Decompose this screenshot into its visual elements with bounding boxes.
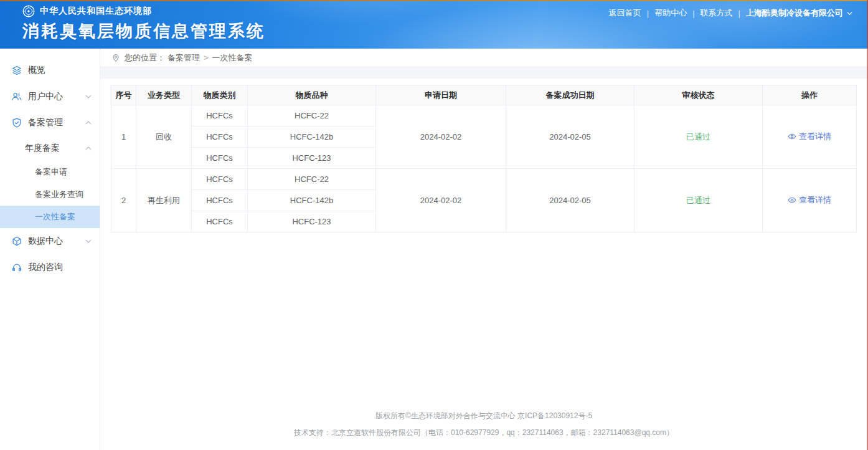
- sidebar-item-one-time-record[interactable]: 一次性备案: [0, 206, 100, 228]
- col-header-actions: 操作: [763, 85, 857, 105]
- actions-cell: 查看详情: [763, 105, 857, 169]
- table-body: 1回收HCFCsHCFC-222024-02-022024-02-05已通过查看…: [111, 105, 857, 232]
- eye-icon: [788, 132, 796, 141]
- substance-variety-cell: HCFC-123: [248, 211, 376, 232]
- breadcrumb-current: 一次性备案: [212, 52, 253, 64]
- sidebar-item-user-center[interactable]: 用户中心: [0, 84, 100, 110]
- review-status-cell: 已通过: [634, 105, 763, 169]
- substance-variety-cell: HCFC-142b: [248, 127, 376, 148]
- tech-support-text: 技术支持：北京立道软件股份有限公司（电话：010-62977929，qq：232…: [111, 424, 857, 441]
- view-details-link[interactable]: 查看详情: [788, 131, 831, 142]
- sidebar-item-label: 我的咨询: [28, 262, 92, 273]
- table-header-row: 序号 业务类型 物质类别 物质品种 申请日期 备案成功日期 审核状态 操作: [111, 85, 857, 105]
- content-spacer: [100, 67, 868, 79]
- cube-icon: [11, 236, 22, 247]
- ministry-emblem-icon: [22, 5, 35, 17]
- page-footer: 版权所有©生态环境部对外合作与交流中心 京ICP备12030912号-5 技术支…: [111, 408, 857, 445]
- sidebar-item-label: 备案业务查询: [35, 189, 92, 200]
- chevron-down-icon: [846, 10, 853, 17]
- location-pin-icon: [111, 54, 120, 62]
- sidebar-item-record-business-query[interactable]: 备案业务查询: [0, 183, 100, 206]
- sidebar-item-record-management[interactable]: 备案管理: [0, 110, 100, 136]
- table-row: 2再生利用HCFCsHCFC-222024-02-022024-02-05已通过…: [111, 169, 857, 190]
- substance-variety-cell: HCFC-142b: [248, 190, 376, 211]
- capture-artifact-top-line: [0, 0, 868, 1]
- headset-icon: [11, 262, 22, 273]
- nav-separator: |: [647, 9, 649, 18]
- content-panel: 序号 业务类型 物质类别 物质品种 申请日期 备案成功日期 审核状态 操作 1回…: [100, 79, 868, 450]
- substance-variety-cell: HCFC-123: [248, 148, 376, 169]
- nav-contact-link[interactable]: 联系方式: [701, 7, 733, 19]
- substance-category-cell: HCFCs: [192, 169, 248, 190]
- sidebar-item-label: 备案管理: [28, 117, 85, 128]
- shield-check-icon: [11, 117, 22, 128]
- sidebar-item-label: 概览: [28, 65, 92, 76]
- main-content: 您的位置： 备案管理 > 一次性备案 序号 业务类型 物质类别 物质品种 申请: [100, 49, 868, 450]
- success-date-cell: 2024-02-05: [506, 169, 634, 232]
- substance-category-cell: HCFCs: [192, 148, 248, 169]
- sidebar-item-annual-record[interactable]: 年度备案: [0, 136, 100, 161]
- row-index-cell: 1: [111, 105, 136, 169]
- sidebar-item-data-center[interactable]: 数据中心: [0, 228, 100, 254]
- nav-separator: |: [692, 9, 694, 18]
- success-date-cell: 2024-02-05: [506, 105, 634, 169]
- col-header-index: 序号: [111, 85, 136, 105]
- sidebar-item-label: 数据中心: [28, 236, 85, 247]
- col-header-substance-category: 物质类别: [192, 85, 248, 105]
- breadcrumb-parent-link[interactable]: 备案管理: [167, 52, 200, 64]
- status-passed-badge: 已通过: [686, 132, 710, 141]
- header-nav: 返回首页 | 帮助中心 | 联系方式 | 上海酷奥制冷设备有限公司: [609, 7, 853, 19]
- substance-variety-cell: HCFC-22: [248, 105, 376, 127]
- breadcrumb-prefix: 您的位置：: [125, 52, 165, 64]
- col-header-review-status: 审核状态: [634, 85, 763, 105]
- col-header-apply-date: 申请日期: [376, 85, 506, 105]
- col-header-business-type: 业务类型: [136, 85, 192, 105]
- col-header-success-date: 备案成功日期: [506, 85, 634, 105]
- view-details-label: 查看详情: [799, 194, 831, 206]
- chevron-up-icon: [85, 119, 92, 127]
- records-table: 序号 业务类型 物质类别 物质品种 申请日期 备案成功日期 审核状态 操作 1回…: [111, 85, 857, 232]
- eye-icon: [788, 196, 796, 204]
- business-type-cell: 回收: [136, 105, 192, 169]
- view-details-label: 查看详情: [799, 131, 831, 142]
- col-header-substance-variety: 物质品种: [248, 85, 376, 105]
- apply-date-cell: 2024-02-02: [376, 169, 506, 232]
- substance-category-cell: HCFCs: [192, 190, 248, 211]
- users-icon: [11, 91, 22, 102]
- review-status-cell: 已通过: [634, 169, 763, 232]
- nav-home-link[interactable]: 返回首页: [609, 7, 641, 19]
- sidebar-item-label: 一次性备案: [35, 211, 92, 223]
- apply-date-cell: 2024-02-02: [376, 105, 506, 169]
- sidebar-item-label: 备案申请: [35, 166, 92, 178]
- nav-separator: |: [738, 9, 740, 18]
- user-company-name: 上海酷奥制冷设备有限公司: [746, 7, 843, 19]
- copyright-text: 版权所有©生态环境部对外合作与交流中心 京ICP备12030912号-5: [111, 408, 857, 424]
- substance-category-cell: HCFCs: [192, 127, 248, 148]
- row-index-cell: 2: [111, 169, 136, 232]
- sidebar-item-record-apply[interactable]: 备案申请: [0, 161, 100, 183]
- substance-category-cell: HCFCs: [192, 105, 248, 127]
- layers-icon: [11, 65, 22, 76]
- ministry-name: 中华人民共和国生态环境部: [40, 6, 152, 17]
- breadcrumb: 您的位置： 备案管理 > 一次性备案: [100, 49, 868, 67]
- app-header: 中华人民共和国生态环境部 消耗臭氧层物质信息管理系统 返回首页 | 帮助中心 |…: [0, 0, 868, 49]
- substance-category-cell: HCFCs: [192, 211, 248, 232]
- user-company-menu[interactable]: 上海酷奥制冷设备有限公司: [746, 7, 853, 19]
- view-details-link[interactable]: 查看详情: [788, 194, 831, 206]
- sidebar-item-label: 年度备案: [25, 143, 85, 154]
- chevron-up-icon: [85, 145, 92, 152]
- sidebar: 概览 用户中心 备案管理 年度备案 备案申: [0, 49, 100, 450]
- breadcrumb-separator: >: [204, 53, 209, 62]
- chevron-down-icon: [85, 93, 92, 100]
- table-row: 1回收HCFCsHCFC-222024-02-022024-02-05已通过查看…: [111, 105, 857, 127]
- nav-help-link[interactable]: 帮助中心: [654, 7, 687, 19]
- sidebar-item-my-consultation[interactable]: 我的咨询: [0, 254, 100, 280]
- sidebar-item-overview[interactable]: 概览: [0, 57, 100, 84]
- actions-cell: 查看详情: [763, 169, 857, 232]
- substance-variety-cell: HCFC-22: [248, 169, 376, 190]
- business-type-cell: 再生利用: [136, 169, 192, 232]
- status-passed-badge: 已通过: [686, 196, 710, 205]
- sidebar-item-label: 用户中心: [28, 91, 85, 102]
- system-title: 消耗臭氧层物质信息管理系统: [22, 20, 854, 42]
- chevron-down-icon: [85, 237, 92, 245]
